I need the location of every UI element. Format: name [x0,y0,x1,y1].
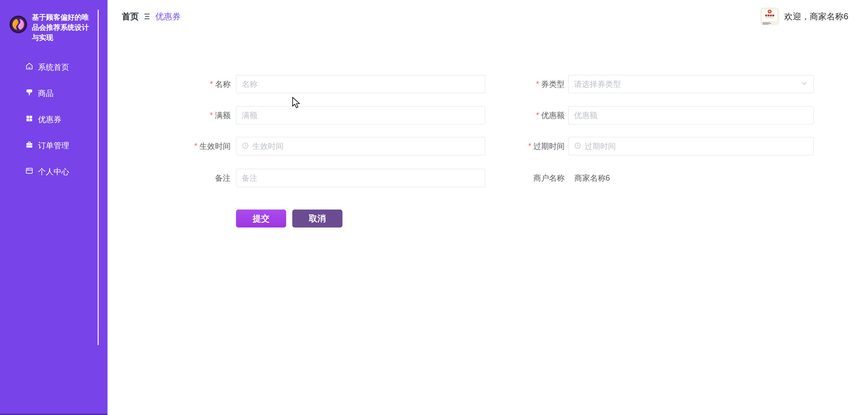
sidebar-item-system-home[interactable]: 系统首页 [0,54,98,80]
sidebar-item-label: 优惠券 [38,114,61,125]
goods-icon [25,88,34,99]
breadcrumb-current[interactable]: 优惠券 [155,11,181,22]
app-title: 基于顾客偏好的唯品会推荐系统设计与实现 [32,12,94,43]
chevron-down-icon [801,80,808,88]
required-marker: * [210,111,213,120]
top-header: 首页 优惠券 [107,0,868,33]
cancel-button[interactable]: 取消 [292,210,342,228]
avatar[interactable] [761,8,779,25]
coupon-form: *名称 *券类型 请选择券类型 *满额 *优惠额 [107,33,868,415]
discount-amount-input[interactable] [574,111,808,120]
page: 基于顾客偏好的唯品会推荐系统设计与实现 系统首页 [0,0,868,415]
breadcrumb-separator-icon [144,14,150,19]
merchant-name-value: 商家名称6 [574,169,610,187]
min-amount-input-wrap [236,106,485,124]
effective-time-label: *生效时间 [146,137,231,155]
sidebar-item-label: 商品 [38,88,54,99]
expire-time-picker[interactable] [568,137,814,155]
app-logo-icon [9,16,27,33]
coupon-type-placeholder: 请选择券类型 [574,79,621,90]
required-marker: * [536,111,539,120]
sidebar-item-label: 订单管理 [38,140,69,151]
required-marker: * [536,80,539,88]
remark-input[interactable] [242,174,479,183]
discount-amount-label: *优惠额 [480,106,565,124]
welcome-text: 欢迎，商家名称6 [784,11,848,22]
grid-icon [25,114,34,125]
card-icon [25,166,34,177]
sidebar-bottom-edge [0,414,107,415]
home-icon [25,62,34,73]
effective-time-picker[interactable] [236,137,485,155]
breadcrumb: 首页 优惠券 [122,11,181,22]
expire-time-input[interactable] [585,142,808,151]
submit-button[interactable]: 提交 [236,210,286,228]
breadcrumb-home[interactable]: 首页 [122,11,139,22]
briefcase-icon [25,140,34,151]
user-box: 欢迎，商家名称6 [761,8,848,25]
coupon-type-label: *券类型 [480,75,565,93]
remark-input-wrap [236,169,485,187]
name-label: *名称 [146,75,231,93]
min-amount-input[interactable] [242,111,479,120]
effective-time-input[interactable] [252,142,479,151]
sidebar-menu: 系统首页 商品 [0,54,98,185]
name-input[interactable] [242,80,479,89]
sidebar-item-goods[interactable]: 商品 [0,80,98,106]
coupon-type-select[interactable]: 请选择券类型 [568,75,814,93]
min-amount-label: *满额 [146,106,231,124]
sidebar-item-profile[interactable]: 个人中心 [0,159,98,185]
required-marker: * [194,142,197,151]
clock-icon [242,142,249,151]
sidebar-scrollbar[interactable] [98,9,99,345]
sidebar-item-orders[interactable]: 订单管理 [0,133,98,159]
required-marker: * [210,80,213,88]
sidebar-item-label: 系统首页 [38,62,69,73]
brand: 基于顾客偏好的唯品会推荐系统设计与实现 [0,0,107,43]
merchant-name-label: 商户名称 [480,169,565,187]
expire-time-label: *过期时间 [480,137,565,155]
sidebar-item-coupons[interactable]: 优惠券 [0,106,98,133]
required-marker: * [528,142,531,151]
sidebar: 基于顾客偏好的唯品会推荐系统设计与实现 系统首页 [0,0,107,415]
name-input-wrap [236,75,485,93]
discount-amount-input-wrap [568,106,814,124]
remark-label: 备注 [146,169,231,187]
sidebar-item-label: 个人中心 [38,166,69,177]
clock-icon [574,142,581,151]
